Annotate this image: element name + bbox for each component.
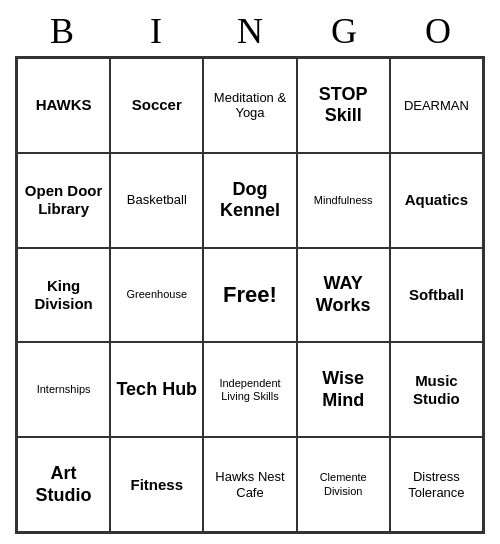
- bingo-header: BINGO: [15, 10, 485, 52]
- cell-r3-c2: Independent Living Skills: [203, 342, 296, 437]
- cell-r4-c1: Fitness: [110, 437, 203, 532]
- cell-r2-c1: Greenhouse: [110, 248, 203, 343]
- cell-r1-c3: Mindfulness: [297, 153, 390, 248]
- cell-r1-c4: Aquatics: [390, 153, 483, 248]
- cell-r3-c1: Tech Hub: [110, 342, 203, 437]
- cell-r1-c2: Dog Kennel: [203, 153, 296, 248]
- cell-r0-c3: STOP Skill: [297, 58, 390, 153]
- cell-r2-c0: King Division: [17, 248, 110, 343]
- cell-r3-c3: Wise Mind: [297, 342, 390, 437]
- cell-r1-c0: Open Door Library: [17, 153, 110, 248]
- cell-r0-c0: HAWKS: [17, 58, 110, 153]
- cell-r0-c4: DEARMAN: [390, 58, 483, 153]
- cell-r3-c4: Music Studio: [390, 342, 483, 437]
- cell-r4-c2: Hawks Nest Cafe: [203, 437, 296, 532]
- cell-r2-c3: WAY Works: [297, 248, 390, 343]
- cell-r4-c4: Distress Tolerance: [390, 437, 483, 532]
- cell-r0-c2: Meditation & Yoga: [203, 58, 296, 153]
- cell-r2-c2: Free!: [203, 248, 296, 343]
- cell-r3-c0: Internships: [17, 342, 110, 437]
- bingo-grid: HAWKSSoccerMeditation & YogaSTOP SkillDE…: [15, 56, 485, 534]
- cell-r4-c0: Art Studio: [17, 437, 110, 532]
- header-letter: N: [206, 10, 294, 52]
- header-letter: B: [18, 10, 106, 52]
- header-letter: O: [394, 10, 482, 52]
- cell-r1-c1: Basketball: [110, 153, 203, 248]
- cell-r4-c3: Clemente Division: [297, 437, 390, 532]
- header-letter: G: [300, 10, 388, 52]
- cell-r2-c4: Softball: [390, 248, 483, 343]
- cell-r0-c1: Soccer: [110, 58, 203, 153]
- header-letter: I: [112, 10, 200, 52]
